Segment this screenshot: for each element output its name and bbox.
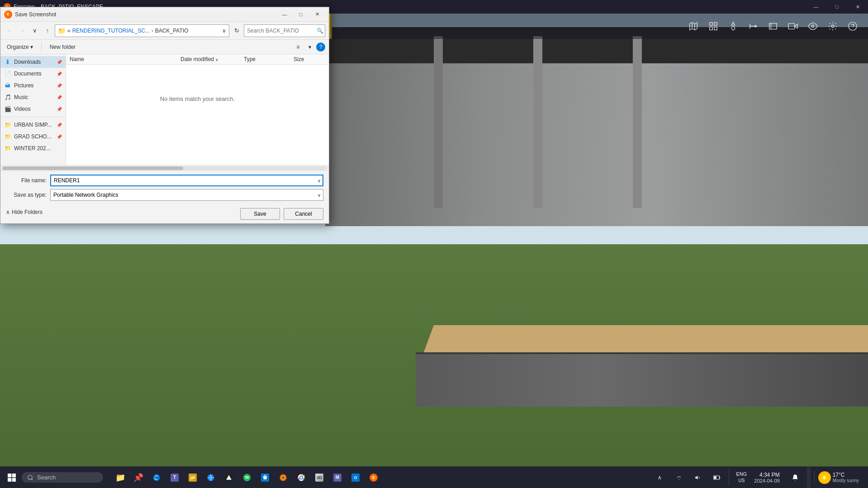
help-icon[interactable] [844, 18, 861, 34]
taskbar-clock[interactable]: 4:34 PM 2024-04-09 [754, 472, 779, 483]
tray-chevron[interactable]: ∧ [652, 469, 668, 486]
filename-input-wrap: ∨ [50, 175, 323, 186]
taskbar-store-icon[interactable] [257, 469, 273, 486]
sidebar-item-winter[interactable]: 📁 WINTER 202... [0, 142, 66, 154]
sidebar-item-urban[interactable]: 📁 URBAN SIMP... 📌 [0, 119, 66, 131]
sidebar-item-videos[interactable]: 🎬 Videos 📌 [0, 103, 66, 115]
videos-pin: 📌 [57, 107, 62, 112]
start-button[interactable] [4, 469, 20, 486]
videos-icon: 🎬 [4, 105, 11, 113]
map-icon[interactable] [685, 18, 702, 34]
music-pin: 📌 [57, 95, 62, 100]
new-folder-button[interactable]: New folder [47, 43, 78, 51]
taskbar-spotify-icon[interactable] [239, 469, 255, 486]
search-box[interactable]: 🔍 [244, 24, 325, 37]
address-path[interactable]: 📁 « RENDERING_TUTORIAL_SC... › BACK_PATI… [55, 24, 229, 37]
scrollbar-track[interactable] [2, 166, 327, 170]
taskbar-teams2-icon[interactable]: M [329, 469, 346, 486]
view-list-button[interactable]: ≡ [293, 42, 304, 52]
taskbar-pin1-icon[interactable]: 📌 [130, 469, 147, 486]
taskbar-firefox-icon[interactable] [275, 469, 291, 486]
path-parent[interactable]: RENDERING_TUTORIAL_SC... [72, 28, 150, 34]
taskbar-browser-icon[interactable] [203, 469, 219, 486]
filelist-header: Name Date modified ∨ Type Size [66, 54, 329, 65]
taskbar-chrome-icon[interactable] [293, 469, 309, 486]
column-type[interactable]: Type [244, 56, 294, 62]
dialog-maximize[interactable]: □ [293, 7, 309, 22]
notification-button[interactable] [787, 469, 803, 486]
tray-wifi-icon[interactable] [671, 469, 687, 486]
column1 [633, 36, 642, 208]
filelist-empty-message: No items match your search. [66, 65, 329, 133]
shape-icon[interactable] [725, 18, 741, 34]
music-label: Music [14, 94, 28, 100]
winter-icon: 📁 [4, 145, 11, 152]
videos-label: Videos [14, 106, 30, 112]
scrollbar[interactable] [0, 165, 329, 171]
taskbar-left: Search [0, 469, 103, 486]
taskbar-enscape-icon[interactable]: E [365, 469, 382, 486]
maximize-button[interactable]: □ [826, 0, 847, 14]
app-toolbar [330, 14, 868, 39]
tray-volume-icon[interactable] [690, 469, 706, 486]
refresh-button[interactable]: ↻ [231, 25, 242, 36]
cancel-button[interactable]: Cancel [284, 208, 323, 220]
taskbar-3d-icon[interactable]: 3D [311, 469, 327, 486]
date-sort-icon: ∨ [215, 57, 218, 62]
organize-button[interactable]: Organize ▾ [4, 43, 36, 51]
scrollbar-thumb[interactable] [2, 166, 183, 170]
taskbar-teams-icon[interactable]: T [166, 469, 183, 486]
taskbar-files-icon[interactable]: 📁 [112, 469, 128, 486]
camera-icon[interactable] [785, 18, 801, 34]
sidebar-item-pictures[interactable]: 🏔 Pictures 📌 [0, 80, 66, 91]
help-circle-button[interactable]: ? [316, 43, 325, 52]
taskbar-outlook-icon[interactable]: O [347, 469, 364, 486]
nav-back-button[interactable]: ← [4, 25, 15, 36]
taskbar-edge-icon[interactable] [148, 469, 165, 486]
column-size[interactable]: Size [294, 56, 325, 62]
filename-input[interactable] [50, 175, 323, 186]
nav-forward-button[interactable]: → [17, 25, 28, 36]
path-icon[interactable] [745, 18, 761, 34]
weather-widget[interactable]: ☀ 17°C Mostly sunny [814, 471, 863, 484]
search-input[interactable] [247, 28, 315, 34]
path-current: BACK_PATIO [155, 28, 189, 34]
sidebar-item-grad[interactable]: 📁 GRAD SCHO... 📌 [0, 131, 66, 142]
nav-dropdown-button[interactable]: ∨ [29, 25, 40, 36]
column-name[interactable]: Name [70, 56, 180, 62]
app-window-controls: — □ ✕ [806, 0, 868, 14]
column-date[interactable]: Date modified ∨ [180, 56, 244, 62]
taskbar-explorer-icon[interactable]: 📂 [185, 469, 201, 486]
sidebar-item-music[interactable]: 🎵 Music 📌 [0, 91, 66, 103]
taskbar-search-box[interactable]: Search [22, 472, 103, 483]
grid-icon[interactable] [705, 18, 721, 34]
dialog-close[interactable]: ✕ [309, 7, 325, 22]
nav-up-button[interactable]: ↑ [42, 25, 53, 36]
sidebar-item-downloads[interactable]: ⬇ Downloads 📌 [0, 56, 66, 68]
close-button[interactable]: ✕ [847, 0, 868, 14]
svg-rect-9 [788, 24, 795, 29]
hide-folders-toggle[interactable]: ∧ Hide Folders [6, 209, 43, 215]
save-dialog: E Save Screenshot — □ ✕ ← → ∨ ↑ 📁 « REND… [0, 7, 329, 224]
show-desktop-button[interactable] [807, 467, 811, 488]
minimize-button[interactable]: — [806, 0, 826, 14]
eye-icon[interactable] [805, 18, 821, 34]
settings-icon[interactable] [825, 18, 841, 34]
grad-pin: 📌 [57, 134, 62, 139]
taskbar-app1-icon[interactable] [221, 469, 237, 486]
taskbar-search-icon [27, 474, 33, 481]
path-dropdown-arrow[interactable]: ∨ [222, 28, 226, 34]
svg-point-12 [849, 22, 857, 30]
svg-point-6 [731, 27, 735, 30]
sidebar-item-documents[interactable]: 📄 Documents 📌 [0, 68, 66, 80]
path-separator1: « [67, 28, 71, 34]
language-indicator[interactable]: ENG US [733, 471, 751, 483]
view-icon[interactable] [765, 18, 781, 34]
organize-arrow: ▾ [30, 44, 33, 50]
tray-battery-icon[interactable] [709, 469, 725, 486]
pictures-pin: 📌 [57, 83, 62, 88]
save-button[interactable]: Save [240, 208, 280, 220]
savetype-select[interactable]: Portable Network Graphics [50, 189, 323, 201]
dialog-minimize[interactable]: — [276, 7, 293, 22]
view-arrow-button[interactable]: ▾ [304, 42, 315, 52]
